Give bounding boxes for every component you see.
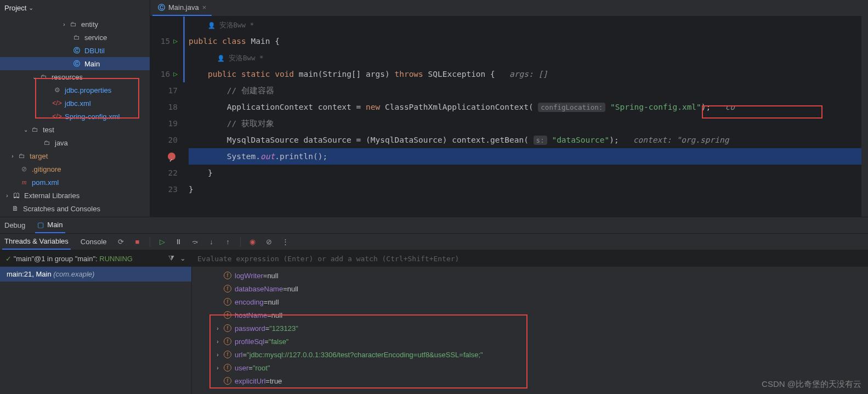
project-panel-header[interactable]: Project ⌄: [0, 0, 150, 15]
gutter-row: 18: [150, 99, 178, 115]
tree-item-jdbc-xml[interactable]: </>jdbc.xml: [0, 97, 150, 110]
mute-breakpoints-icon[interactable]: ⊘: [265, 238, 274, 246]
tree-item-resources[interactable]: ⌄🗀resources: [0, 70, 150, 83]
field-icon: f: [224, 285, 231, 292]
tree-item-target[interactable]: ›🗀target: [0, 149, 150, 162]
close-icon[interactable]: ×: [202, 3, 207, 12]
chevron-right-icon[interactable]: ›: [214, 339, 222, 345]
stop-icon[interactable]: ■: [133, 238, 142, 246]
folder-icon: 🗀: [18, 151, 26, 160]
code-editor[interactable]: 15▷ 16▷ 17 18 19 20 22 23 安洛Bww * public…: [150, 16, 868, 217]
step-into-icon[interactable]: ↓: [207, 238, 216, 246]
variable-row[interactable]: ›fpassword = "123123": [192, 322, 868, 335]
tab-debug[interactable]: Debug: [2, 217, 27, 233]
tree-item-pom[interactable]: mpom.xml: [0, 176, 150, 189]
chevron-right-icon[interactable]: ›: [214, 365, 222, 371]
subtab-console[interactable]: Console: [78, 234, 109, 250]
variable-value: null: [268, 298, 279, 306]
step-out-icon[interactable]: ↑: [224, 238, 232, 246]
variable-name: profileSql: [235, 337, 264, 346]
run-icon[interactable]: ▷: [173, 66, 178, 82]
tree-label: test: [43, 126, 54, 134]
author-chip: 安洛Bww *: [208, 21, 254, 29]
tree-item-spring-config[interactable]: </>Spring-config.xml: [0, 110, 150, 123]
frames-header[interactable]: ✓ "main"@1 in group "main": RUNNING ⧩⌄: [0, 250, 191, 267]
pause-icon[interactable]: ⏸: [174, 238, 183, 246]
variable-name: user: [235, 364, 248, 372]
gutter-row: 22: [150, 165, 178, 181]
view-breakpoints-icon[interactable]: ◉: [248, 238, 257, 246]
gutter: 15▷ 16▷ 17 18 19 20 22 23: [150, 16, 183, 217]
tree-item-main[interactable]: ⒸMain: [0, 57, 150, 70]
chevron-right-icon: ›: [3, 193, 11, 199]
tree-label: .gitignore: [32, 165, 61, 173]
gutter-row: 20: [150, 132, 178, 148]
variable-value: null: [271, 311, 282, 319]
variable-row[interactable]: ›furl = "jdbc:mysql://127.0.0.1:3306/tes…: [192, 348, 868, 361]
folder-icon: 🗀: [69, 20, 78, 29]
gutter-row[interactable]: 16▷: [150, 66, 178, 82]
more-icon[interactable]: ⋮: [281, 238, 290, 246]
frame-item[interactable]: main:21, Main (com.exaple): [0, 267, 191, 282]
gutter-row[interactable]: [150, 148, 178, 165]
scratch-icon: 🗎: [11, 204, 20, 213]
run-icon[interactable]: ▷: [173, 33, 178, 49]
breakpoint-icon[interactable]: [168, 153, 175, 160]
gutter-row: 19: [150, 115, 178, 132]
resume-icon[interactable]: ▷: [158, 238, 167, 246]
variable-row[interactable]: flogWriter = null: [192, 269, 868, 282]
variable-row[interactable]: ›fprofileSql = "false": [192, 335, 868, 348]
variable-name: encoding: [235, 298, 264, 306]
project-title: Project: [4, 4, 26, 12]
chevron-right-icon[interactable]: ›: [214, 325, 222, 331]
tab-label: Main.java: [168, 3, 199, 12]
project-tree[interactable]: ›🗀entity 🗀service ⒸDBUtil ⒸMain ⌄🗀resour…: [0, 15, 150, 217]
tree-label: Scratches and Consoles: [23, 205, 100, 213]
gutter-row[interactable]: 15▷: [150, 33, 178, 49]
field-icon: f: [224, 298, 231, 306]
gear-icon: ⚙: [53, 86, 61, 94]
tree-item-entity[interactable]: ›🗀entity: [0, 18, 150, 31]
variable-name: password: [235, 324, 265, 333]
variable-row[interactable]: ›fuser = "root": [192, 361, 868, 374]
tree-label: Main: [84, 60, 100, 68]
step-over-icon[interactable]: ⤼: [191, 238, 200, 246]
funnel-icon[interactable]: ⧩: [168, 254, 174, 263]
chevron-down-icon[interactable]: ⌄: [180, 254, 186, 263]
subtab-threads-vars[interactable]: Threads & Variables: [2, 234, 71, 250]
tree-item-service[interactable]: 🗀service: [0, 31, 150, 44]
variable-row[interactable]: fencoding = null: [192, 295, 868, 308]
maven-icon: m: [20, 178, 29, 187]
variable-row[interactable]: fhostName = null: [192, 308, 868, 322]
tree-item-jdbc-properties[interactable]: ⚙jdbc.properties: [0, 83, 150, 97]
tab-main-java[interactable]: Ⓒ Main.java ×: [152, 1, 212, 16]
tree-item-gitignore[interactable]: ⊘.gitignore: [0, 162, 150, 176]
tree-item-external-libraries[interactable]: ›🕮External Libraries: [0, 189, 150, 202]
variable-value: null: [267, 272, 278, 280]
rerun-icon[interactable]: ⟳: [117, 238, 126, 246]
tree-item-java[interactable]: 🗀java: [0, 136, 150, 149]
tree-item-scratches[interactable]: 🗎Scratches and Consoles: [0, 202, 150, 215]
gutter-row: [150, 16, 178, 33]
tab-main-debug[interactable]: ▢Main: [35, 217, 65, 233]
library-icon: 🕮: [12, 191, 21, 200]
variable-row[interactable]: fexplicitUrl = true: [192, 374, 868, 387]
evaluate-expression-input[interactable]: Evaluate expression (Enter) or add a wat…: [192, 250, 868, 267]
code-content[interactable]: 安洛Bww * public class Main { 安洛Bww * publ…: [183, 16, 868, 217]
tree-item-test[interactable]: ⌄🗀test: [0, 123, 150, 136]
xml-icon: </>: [53, 99, 61, 108]
variable-tree[interactable]: flogWriter = nullfdatabaseName = nullfen…: [192, 267, 868, 394]
debug-panel: Debug ▢Main Threads & Variables Console …: [0, 217, 868, 394]
field-icon: f: [224, 272, 231, 279]
chevron-right-icon: ›: [9, 153, 16, 159]
project-panel: Project ⌄ ›🗀entity 🗀service ⒸDBUtil ⒸMai…: [0, 0, 150, 217]
gutter-row: 23: [150, 181, 178, 198]
chevron-right-icon[interactable]: ›: [214, 352, 222, 358]
variable-name: url: [235, 351, 242, 359]
tree-label: jdbc.properties: [65, 86, 111, 94]
tree-item-dbutil[interactable]: ⒸDBUtil: [0, 44, 150, 57]
marker-bar[interactable]: [861, 0, 868, 217]
chevron-down-icon: ⌄: [31, 74, 38, 80]
variable-name: hostName: [235, 311, 267, 319]
variable-row[interactable]: fdatabaseName = null: [192, 282, 868, 295]
